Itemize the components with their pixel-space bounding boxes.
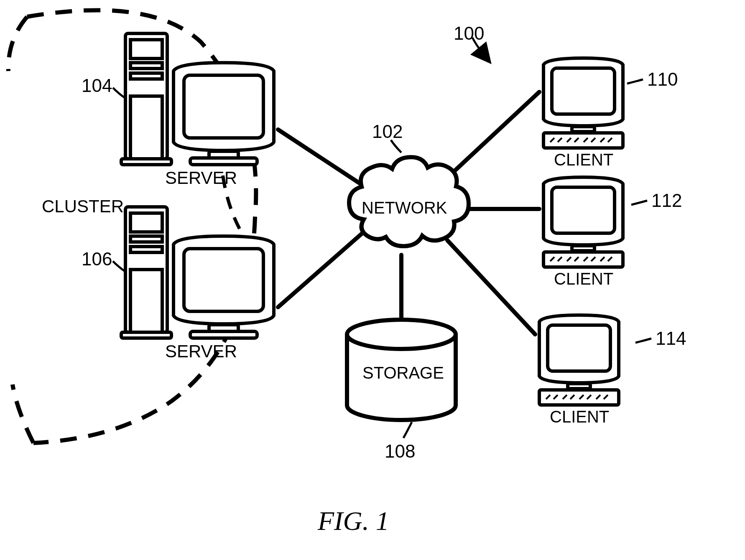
svg-rect-48 <box>568 384 590 389</box>
client-middle-label: CLIENT <box>554 270 613 288</box>
figure-caption: FIG. 1 <box>318 506 389 537</box>
ref-108: 108 <box>385 441 415 462</box>
ref-106: 106 <box>82 249 112 270</box>
ref-110: 110 <box>647 69 678 90</box>
network-label: NETWORK <box>362 199 447 217</box>
svg-rect-15 <box>190 158 257 165</box>
svg-rect-26 <box>572 127 594 132</box>
svg-rect-49 <box>539 390 619 405</box>
svg-line-4 <box>447 240 535 334</box>
ref-102: 102 <box>372 121 403 142</box>
server-top-label: SERVER <box>165 168 237 188</box>
svg-rect-37 <box>572 246 594 251</box>
svg-rect-36 <box>552 187 615 233</box>
svg-rect-8 <box>130 40 162 59</box>
client-bottom <box>539 315 619 405</box>
svg-line-1 <box>278 232 364 307</box>
ref-104: 104 <box>82 75 112 96</box>
client-top <box>543 58 623 148</box>
client-top-label: CLIENT <box>554 150 613 169</box>
ref-114: 114 <box>656 328 686 349</box>
svg-rect-20 <box>130 270 162 332</box>
svg-line-2 <box>447 92 539 178</box>
svg-line-0 <box>278 130 364 186</box>
client-bottom-label: CLIENT <box>550 407 609 426</box>
svg-rect-9 <box>130 63 162 69</box>
svg-rect-25 <box>552 68 615 114</box>
svg-rect-18 <box>130 236 162 242</box>
svg-rect-13 <box>184 75 263 138</box>
server-bottom <box>121 207 274 338</box>
svg-rect-38 <box>543 252 623 267</box>
svg-rect-17 <box>130 213 162 232</box>
svg-rect-12 <box>121 159 171 165</box>
svg-rect-11 <box>130 96 162 159</box>
client-middle <box>543 177 623 267</box>
diagram-canvas: CLUSTER SERVER SERVER NETWORK STORAGE CL… <box>0 0 745 560</box>
ref-112: 112 <box>651 190 682 211</box>
server-top <box>121 33 274 165</box>
storage-label: STORAGE <box>362 364 444 382</box>
cluster-label: CLUSTER <box>42 196 124 216</box>
svg-rect-24 <box>190 331 257 338</box>
svg-rect-22 <box>184 249 263 311</box>
svg-rect-47 <box>548 325 610 371</box>
ref-100: 100 <box>454 23 484 44</box>
svg-rect-21 <box>121 332 171 338</box>
svg-rect-10 <box>130 73 162 79</box>
server-bottom-label: SERVER <box>165 341 237 361</box>
svg-rect-27 <box>543 133 623 148</box>
svg-rect-19 <box>130 247 162 252</box>
